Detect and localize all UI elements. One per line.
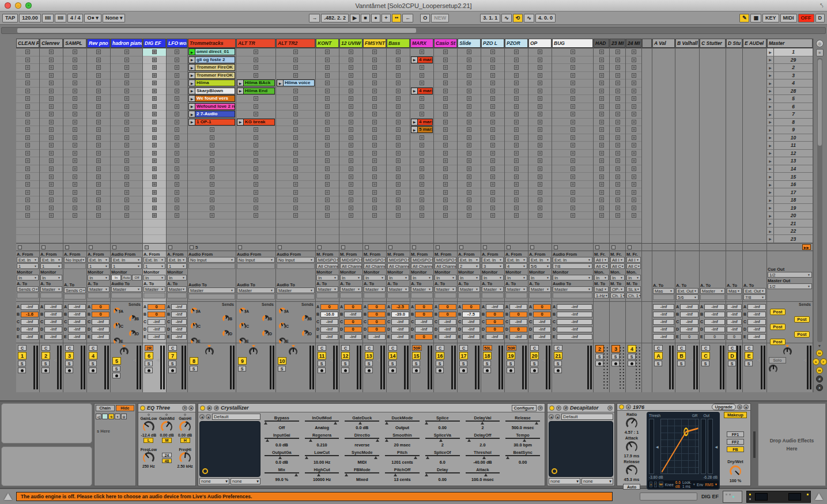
- device-on-icon[interactable]: [140, 406, 145, 411]
- clip-stop-button[interactable]: [514, 190, 519, 195]
- param-slider[interactable]: [345, 438, 379, 442]
- scene-launch-button[interactable]: ▶: [767, 56, 774, 64]
- send-amount[interactable]: -inf: [747, 304, 766, 310]
- clip-stop-button[interactable]: [443, 89, 448, 93]
- send-amount[interactable]: 0: [148, 304, 165, 310]
- clip-slot[interactable]: [143, 165, 166, 173]
- clip-slot[interactable]: [387, 64, 410, 72]
- send-amount[interactable]: -inf: [44, 312, 62, 317]
- clip-slot[interactable]: [481, 181, 504, 189]
- param-slider[interactable]: [265, 472, 299, 477]
- clip-slot[interactable]: [594, 165, 609, 173]
- clip-slot[interactable]: [594, 79, 609, 88]
- clip-stop-button[interactable]: [467, 58, 471, 62]
- clip-slot[interactable]: [143, 126, 166, 134]
- clip-slot[interactable]: [610, 119, 625, 127]
- clip-stop-button[interactable]: [615, 65, 620, 70]
- param-value[interactable]: reverse: [354, 442, 369, 448]
- clip-stop-button[interactable]: [152, 112, 157, 116]
- clip-stop-button[interactable]: [571, 104, 575, 109]
- clip-stop-button[interactable]: [124, 213, 129, 218]
- io-select[interactable]: Master▼: [505, 286, 527, 292]
- clip-slot[interactable]: [434, 103, 457, 111]
- clip-stop-button[interactable]: [372, 143, 377, 147]
- clip-slot[interactable]: [594, 181, 609, 189]
- pan-control[interactable]: 2R: [145, 345, 153, 351]
- send-amount[interactable]: 0: [368, 312, 386, 317]
- send-amount[interactable]: -7.5: [462, 312, 480, 317]
- track-activator[interactable]: D: [728, 352, 737, 359]
- clip-stop-button[interactable]: [599, 96, 604, 101]
- clip-slot[interactable]: [87, 134, 110, 142]
- clip-slot[interactable]: [594, 196, 609, 204]
- clip-slot[interactable]: [236, 142, 275, 150]
- clip-stop-button[interactable]: [599, 190, 604, 195]
- clip-slot[interactable]: [87, 212, 110, 220]
- clip-stop-button[interactable]: [632, 96, 636, 101]
- clip-slot[interactable]: [505, 119, 528, 127]
- scene-launch-button[interactable]: ▶: [767, 181, 774, 188]
- param-slider-handle[interactable]: [425, 422, 428, 425]
- clip-stop-button[interactable]: [514, 198, 519, 202]
- param-slider-handle[interactable]: [345, 473, 348, 476]
- scene-launch-button[interactable]: ▶: [767, 95, 774, 103]
- clip-stop-button[interactable]: [175, 182, 179, 187]
- io-select[interactable]: Ext. Out▼: [676, 288, 698, 294]
- clip-slot[interactable]: [143, 173, 166, 181]
- clip-stop-button[interactable]: [538, 213, 542, 218]
- clip-stop-button[interactable]: [396, 58, 401, 62]
- clip-stop-button[interactable]: [372, 166, 377, 171]
- clip-slot[interactable]: [188, 181, 236, 189]
- io-select[interactable]: Ext. In▼: [482, 257, 504, 263]
- solo-button[interactable]: Solo: [769, 357, 786, 363]
- send-amount[interactable]: -inf: [148, 334, 165, 340]
- clip-stop-button[interactable]: [124, 58, 129, 62]
- solo-button[interactable]: S: [18, 361, 26, 366]
- clip-slot[interactable]: [552, 119, 593, 127]
- io-select[interactable]: Ch. 1▼: [626, 293, 641, 298]
- stop-all-clips-button[interactable]: [238, 245, 242, 249]
- clip-slot[interactable]: [481, 212, 504, 220]
- clip-stop-button[interactable]: [538, 65, 542, 70]
- clip-slot[interactable]: [87, 196, 110, 204]
- clip-slot[interactable]: [363, 64, 386, 72]
- io-select[interactable]: All I▼: [610, 257, 625, 263]
- clip-slot[interactable]: [594, 72, 609, 80]
- send-knob-C[interactable]: [279, 323, 286, 329]
- io-select[interactable]: Master▼: [458, 286, 480, 292]
- clip-stop-button[interactable]: [293, 135, 298, 140]
- track-activator[interactable]: 5: [112, 357, 121, 365]
- clip-slot[interactable]: [87, 64, 110, 72]
- clip-slot[interactable]: ▶4 marxi: [410, 88, 433, 96]
- param-value[interactable]: 0.00: [519, 460, 527, 465]
- clip-slot[interactable]: [458, 196, 481, 204]
- clip-slot[interactable]: [410, 188, 433, 196]
- solo-button[interactable]: S: [554, 361, 562, 366]
- clip-stop-button[interactable]: [571, 96, 575, 101]
- clip-stop-button[interactable]: [152, 190, 157, 195]
- clip-slot[interactable]: [458, 181, 481, 189]
- solo-button[interactable]: S: [507, 361, 515, 366]
- track-header[interactable]: ALT TR2: [276, 39, 315, 48]
- send-amount[interactable]: -inf: [747, 334, 766, 340]
- clip-stop-button[interactable]: [49, 81, 54, 85]
- clip-slot[interactable]: [111, 126, 142, 134]
- track-activator[interactable]: 16: [436, 352, 444, 359]
- clip-slot[interactable]: [63, 157, 86, 165]
- clip-slot[interactable]: [167, 119, 187, 127]
- clip-stop-button[interactable]: [615, 182, 620, 187]
- clip-stop-button[interactable]: [538, 127, 542, 132]
- clip-stop-button[interactable]: [372, 175, 377, 179]
- clip-slot[interactable]: [339, 103, 362, 111]
- clip-slot[interactable]: [40, 212, 63, 220]
- clip-slot[interactable]: [552, 126, 593, 134]
- clip-stop-button[interactable]: [325, 151, 330, 156]
- clip-stop-button[interactable]: [73, 104, 77, 109]
- send-amount[interactable]: 0: [368, 319, 386, 325]
- clip-slot[interactable]: [188, 204, 236, 212]
- clip-slot[interactable]: [63, 212, 86, 220]
- clip-stop-button[interactable]: [514, 127, 519, 132]
- clip-slot[interactable]: [167, 212, 187, 220]
- clip-stop-button[interactable]: [96, 213, 101, 218]
- io-select[interactable]: Mas▼: [653, 288, 674, 294]
